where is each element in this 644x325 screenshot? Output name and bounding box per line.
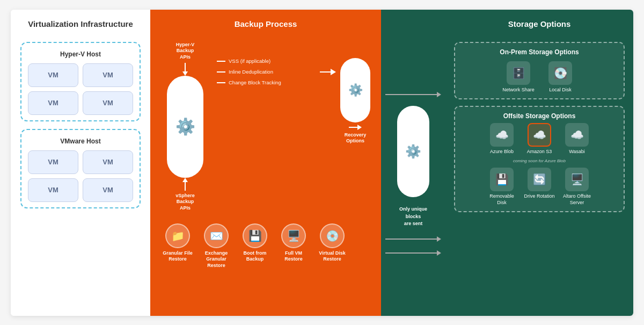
recovery-options-label: RecoveryOptions [345,132,367,145]
middle-content: Hyper-VBackupAPIs ⚙️ vSphereBackupAPIs [161,42,370,269]
vdisk-icon: 💿 [326,229,339,242]
amazon-s3-label: Amazon S3 [527,149,552,155]
right-head-1 [437,236,441,242]
drive-rotation-item: 🔄 Drive Rotation [523,168,555,206]
vm-box: VM [28,178,78,202]
arrow-head-down-1 [182,71,188,76]
vmware-group-label: VMware Host [28,138,133,145]
amazon-s3-icon: ☁️ [528,123,551,147]
right-panel-title: Storage Options [454,19,625,28]
wasabi-item: ☁️ Wasabi [561,123,593,155]
restore-label-granular-file: Granular File Restore [161,250,194,263]
vm-box: VM [83,63,133,87]
hyperv-group: Hyper-V Host VM VM VM VM [20,42,141,121]
connector-head-1 [437,92,441,97]
cloud-icons-row: ☁️ Azure Blob ☁️ Amazon S3 ☁️ Wasabi [462,123,617,155]
right-arrows [385,236,441,256]
network-share-item: 🗄️ Network Share [502,61,535,93]
right-arrow-2 [385,250,441,256]
gear-icon: ⚙️ [175,117,195,136]
azure-blob-icon: ☁️ [490,123,514,147]
left-panel-title: Virtualization Infrastructure [20,19,141,28]
connector-arrow-top [385,92,441,97]
connector-line-1 [385,94,437,95]
restore-exchange: ✉️ Exchange Granular Restore [200,223,233,269]
storage-cylinder: ⚙️ [397,106,429,197]
connector-panel: ⚙️ Only uniqueblocksare sent [381,10,445,316]
restore-icon-vdisk: 💿 [320,223,345,248]
feature-dash [217,82,225,83]
azure-blob-label: Azure Blob [490,149,514,155]
features-list: VSS (if applicable) Inline Deduplication… [214,58,316,86]
network-share-icon: 🗄️ [507,61,530,85]
right-line-2 [385,252,437,254]
offsite-storage-box: Offsite Storage Options ☁️ Azure Blob ☁️… [454,106,625,212]
drive-rotation-label: Drive Rotation [524,193,554,200]
recovery-arrow [349,125,362,130]
hyperv-group-label: Hyper-V Host [28,50,133,58]
feature-label-dedup: Inline Deduplication [229,69,273,75]
arrow-head-right [331,69,336,75]
hyperv-vm-grid: VM VM VM VM [28,63,133,115]
local-disk-icon: 💽 [548,61,572,85]
restore-label-full-vm: Full VM Restore [277,250,310,263]
restore-icon-boot: 💾 [243,223,267,248]
feature-cbt: Change Block Tracking [217,80,316,86]
main-flow-row: Hyper-VBackupAPIs ⚙️ vSphereBackupAPIs [161,42,370,212]
arrow-line-down-1 [185,63,186,71]
wasabi-icon: ☁️ [565,123,589,147]
amazon-s3-item: ☁️ Amazon S3 [523,123,555,155]
restore-full-vm: 🖥️ Full VM Restore [277,223,310,263]
recovery-arrow-head [357,125,362,130]
removable-disk-label: Removable Disk [486,193,518,206]
restore-icons-row: 📁 Granular File Restore ✉️ Exchange Gran… [161,223,370,269]
vm-box: VM [83,150,133,174]
feature-label-cbt: Change Block Tracking [229,80,281,86]
coming-soon-label: coming soon for Azure Blob [462,158,617,163]
vm-box: VM [28,150,78,174]
exchange-icon: ✉️ [210,229,223,242]
storage-gear-icon: ⚙️ [405,144,421,159]
feature-dash [217,71,225,73]
onprem-storage-box: On-Prem Storage Options 🗄️ Network Share… [454,42,625,100]
arrow-line-up [185,182,186,191]
recovery-gear-icon: ⚙️ [348,83,363,97]
removable-disk-item: 💾 Removable Disk [486,168,518,206]
restore-label-vdisk: Virtual Disk Restore [316,250,349,263]
unique-blocks-label: Only uniqueblocksare sent [399,206,427,228]
restore-icon-granular-file: 📁 [165,223,190,248]
restore-label-exchange: Exchange Granular Restore [200,250,233,269]
azure-blob-item: ☁️ Azure Blob [486,123,518,155]
recovery-arrow-line [349,127,357,128]
local-disk-item: 💽 Local Disk [544,61,576,93]
vm-box: VM [83,178,133,202]
recovery-cylinder: ⚙️ [340,58,370,122]
left-panel: Virtualization Infrastructure Hyper-V Ho… [11,10,150,316]
vmware-group: VMware Host VM VM VM VM [20,129,141,208]
restore-boot-backup: 💾 Boot from Backup [238,223,272,263]
middle-panel: Backup Process Hyper-VBackupAPIs ⚙️ [150,10,381,316]
right-line-1 [385,239,437,240]
restore-icon-full-vm: 🖥️ [281,223,306,248]
drive-rotation-icon: 🔄 [528,168,551,191]
right-head-2 [437,250,441,256]
onprem-title: On-Prem Storage Options [462,48,617,56]
local-disk-label: Local Disk [549,87,572,93]
middle-panel-title: Backup Process [235,19,297,28]
onprem-icons-row: 🗄️ Network Share 💽 Local Disk [462,61,617,93]
vm-box: VM [28,63,78,87]
offsite-title: Offsite Storage Options [462,112,617,120]
main-backup-cylinder: ⚙️ [167,76,203,178]
right-arrow-1 [385,236,441,242]
vsphere-api-label: vSphereBackupAPIs [175,193,195,212]
vm-box: VM [28,91,78,115]
vmware-vm-grid: VM VM VM VM [28,150,133,202]
vm-box: VM [83,91,133,115]
network-share-label: Network Share [502,87,535,93]
full-vm-icon: 🖥️ [287,229,301,242]
restore-granular-file: 📁 Granular File Restore [161,223,194,263]
arrow-head-up [182,178,188,182]
bottom-storage-row: 💾 Removable Disk 🔄 Drive Rotation 🖥️ Alt… [462,168,617,206]
granular-file-icon: 📁 [171,229,185,242]
feature-dedup: Inline Deduplication [217,69,316,75]
